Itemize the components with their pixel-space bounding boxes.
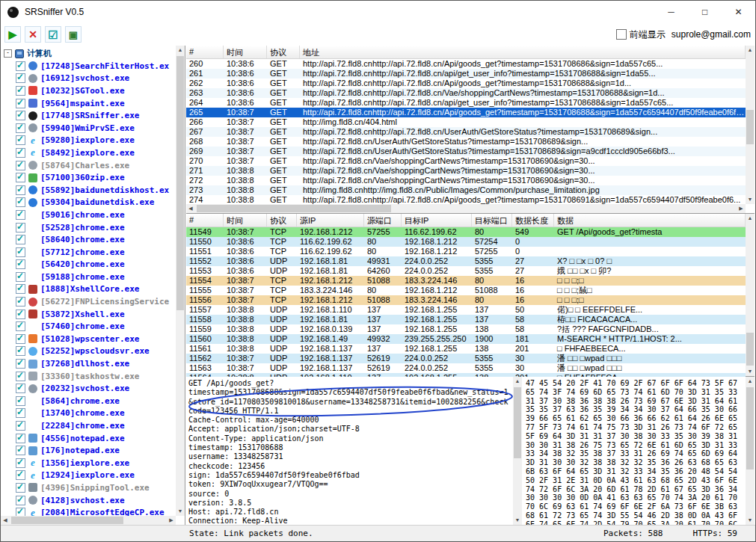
process-checkbox[interactable] — [16, 197, 25, 207]
packet-row[interactable]: 11556 10:38:7 TCP 192.168.1.212 51088 18… — [186, 295, 746, 305]
process-tree-item[interactable]: [2084]MicrosoftEdgeCP.exe — [1, 506, 176, 516]
process-checkbox[interactable] — [16, 421, 25, 431]
packet-row[interactable]: 11555 10:38:7 TCP 183.3.224.146 80 192.1… — [186, 286, 746, 295]
scroll-down-icon[interactable]: ▼ — [746, 516, 755, 525]
http-table-horizontal-scrollbar[interactable]: ◀ ▶ — [186, 204, 746, 213]
http-request-row[interactable]: 261 10:38:6 GET http://api.72.fld8.cnhtt… — [186, 69, 746, 78]
process-checkbox[interactable] — [16, 470, 25, 480]
process-checkbox[interactable] — [16, 321, 25, 331]
process-tree-item[interactable]: [13740]chrome.exe — [1, 407, 176, 420]
process-tree-item[interactable]: [4396]SnippingTool.exe — [1, 481, 176, 494]
scroll-right-icon[interactable]: ▶ — [167, 516, 176, 525]
tree-vertical-scrollbar[interactable]: ▲ ▼ — [176, 46, 185, 516]
process-tree-item[interactable]: [53872]Xshell.exe — [1, 308, 176, 321]
http-request-row[interactable]: 262 10:38:6 GET http://api.72.fld8.cnhtt… — [186, 78, 746, 88]
process-tree-item[interactable]: [1356]iexplore.exe — [1, 457, 176, 469]
process-tree-item[interactable]: [57460]chrome.exe — [1, 320, 176, 333]
process-checkbox[interactable] — [16, 161, 25, 170]
column-header-address[interactable]: 地址 — [300, 46, 746, 58]
process-checkbox[interactable] — [16, 86, 25, 96]
packet-row[interactable]: 11561 10:38:8 UDP 192.168.1.137 137 192.… — [186, 344, 746, 354]
column-header-dest-ip[interactable]: 目标IP — [402, 214, 472, 227]
process-checkbox[interactable] — [16, 496, 25, 505]
column-header-data[interactable]: 数据 — [554, 214, 746, 227]
process-tree-item[interactable]: [9564]mspaint.exe — [1, 97, 176, 110]
column-header-dest-port[interactable]: 目标端口 — [472, 214, 512, 227]
process-tree-item[interactable]: [1888]XshellCore.exe — [1, 283, 176, 296]
process-tree-item[interactable]: [59016]chrome.exe — [1, 209, 176, 221]
frontend-display-checkbox[interactable] — [616, 29, 627, 40]
process-tree-item[interactable]: [56272]FNPLicensingService — [1, 295, 176, 308]
packet-row[interactable]: 11553 10:38:6 UDP 192.168.1.81 64260 224… — [186, 266, 746, 276]
process-tree-item[interactable]: [17248]SearchFilterHost.ex — [1, 60, 176, 73]
process-tree-item[interactable]: [57712]chrome.exe — [1, 246, 176, 259]
process-checkbox[interactable] — [16, 61, 25, 71]
process-tree-item[interactable]: [59280]iexplore.exe — [1, 135, 176, 147]
http-request-row[interactable]: 273 10:38:8 GET http://img.fld8.cnhttp:/… — [186, 185, 746, 195]
process-checkbox[interactable] — [16, 148, 25, 158]
process-tree-item[interactable]: [58492]iexplore.exe — [1, 147, 176, 159]
scroll-down-icon[interactable]: ▼ — [176, 507, 185, 516]
process-tree-item[interactable]: [176]notepad.exe — [1, 444, 176, 457]
process-checkbox[interactable] — [16, 247, 25, 257]
minimize-button[interactable]: ─ — [654, 1, 688, 23]
http-table-vertical-scrollbar[interactable]: ▲ ▼ — [746, 46, 755, 204]
http-request-row[interactable]: 266 10:38:7 GET http://img.fld8.cn/404.h… — [186, 117, 746, 127]
process-checkbox[interactable] — [16, 334, 25, 344]
packet-row[interactable]: 11562 10:38:7 UDP 192.168.1.137 52619 22… — [186, 354, 746, 363]
column-header-source-port[interactable]: 源端口 — [364, 214, 402, 227]
process-checkbox[interactable] — [16, 272, 25, 282]
scrollbar-thumb[interactable] — [176, 56, 184, 310]
hex-vertical-scrollbar[interactable]: ▲ ▼ — [746, 377, 755, 525]
process-tree-item[interactable]: [17748]SRSniffer.exe — [1, 109, 176, 122]
process-tree-item[interactable]: [56420]chrome.exe — [1, 259, 176, 271]
scroll-down-icon[interactable]: ▼ — [746, 195, 755, 204]
process-checkbox[interactable] — [16, 297, 25, 307]
process-checkbox[interactable] — [16, 396, 25, 406]
scrollbar-thumb[interactable] — [11, 517, 123, 524]
process-checkbox[interactable] — [16, 173, 25, 182]
http-request-row[interactable]: 264 10:38:6 GET http://api.72.fld8.cnhtt… — [186, 98, 746, 108]
process-checkbox[interactable] — [16, 310, 25, 319]
column-header-data-length[interactable]: 数据长度 — [512, 214, 554, 227]
process-tree-item[interactable]: [20232]svchost.exe — [1, 382, 176, 395]
packet-table-vertical-scrollbar[interactable]: ▲ ▼ — [746, 214, 755, 376]
column-header-num[interactable]: # — [186, 46, 224, 58]
process-tree-item[interactable]: [4128]svchost.exe — [1, 494, 176, 507]
process-tree-item[interactable]: [51028]wpscenter.exe — [1, 333, 176, 345]
scrollbar-thumb[interactable] — [514, 387, 521, 458]
process-checkbox[interactable] — [16, 359, 25, 369]
scroll-up-icon[interactable]: ▲ — [176, 46, 185, 55]
adapter-button[interactable]: ▣ — [65, 26, 82, 43]
packet-row[interactable]: 11552 10:38:6 UDP 192.168.1.81 49931 224… — [186, 256, 746, 266]
http-request-row[interactable]: 260 10:38:6 GET http://api.72.fld8.cnhtt… — [186, 59, 746, 69]
hex-dump-pane[interactable]: 47 45 54 20 2F 41 70 69 2F 67 6F 6F 64 7… — [522, 377, 746, 525]
column-header-num[interactable]: # — [186, 214, 224, 227]
filter-button[interactable]: ☑ — [45, 26, 61, 43]
scroll-up-icon[interactable]: ▲ — [746, 46, 755, 55]
process-tree-item[interactable]: [59188]chrome.exe — [1, 271, 176, 283]
process-checkbox[interactable] — [16, 259, 25, 269]
http-request-row[interactable]: 263 10:38:6 GET http://api.72.fld8.cnhtt… — [186, 88, 746, 98]
packet-row[interactable]: 11550 10:38:6 TCP 116.62.199.62 80 192.1… — [186, 237, 746, 247]
http-request-row[interactable]: 267 10:38:7 GET http://api.72.fld8.cnhtt… — [186, 127, 746, 137]
process-checkbox[interactable] — [16, 446, 25, 455]
scroll-up-icon[interactable]: ▲ — [513, 377, 522, 386]
title-bar[interactable]: SRSniffer V0.5 ─ □ ✕ — [1, 1, 755, 23]
column-header-protocol[interactable]: 协议 — [267, 214, 297, 227]
tree-horizontal-scrollbar[interactable]: ◀ ▶ — [1, 516, 176, 525]
detail-vertical-scrollbar[interactable]: ▲ ▼ — [513, 377, 522, 525]
close-button[interactable]: ✕ — [722, 1, 755, 23]
process-checkbox[interactable] — [16, 99, 25, 108]
packet-row[interactable]: 11558 10:38:8 UDP 192.168.1.81 137 192.1… — [186, 315, 746, 324]
process-tree-item[interactable]: [59940]WmiPrvSE.exe — [1, 122, 176, 135]
packet-row[interactable]: 11560 10:38:8 UDP 192.168.1.49 49932 239… — [186, 334, 746, 344]
stop-clear-button[interactable]: ✕ — [25, 26, 41, 43]
process-tree-item[interactable]: [52252]wpscloudsvr.exe — [1, 345, 176, 358]
process-tree-item[interactable]: [57100]360zip.exe — [1, 171, 176, 184]
process-tree-item[interactable]: [55892]baidunetdiskhost.ex — [1, 184, 176, 197]
process-tree-item[interactable]: [52528]chrome.exe — [1, 221, 176, 234]
process-tree-item[interactable]: [58640]chrome.exe — [1, 233, 176, 246]
collapse-icon[interactable]: - — [4, 49, 12, 58]
column-header-protocol[interactable]: 协议 — [267, 46, 300, 58]
